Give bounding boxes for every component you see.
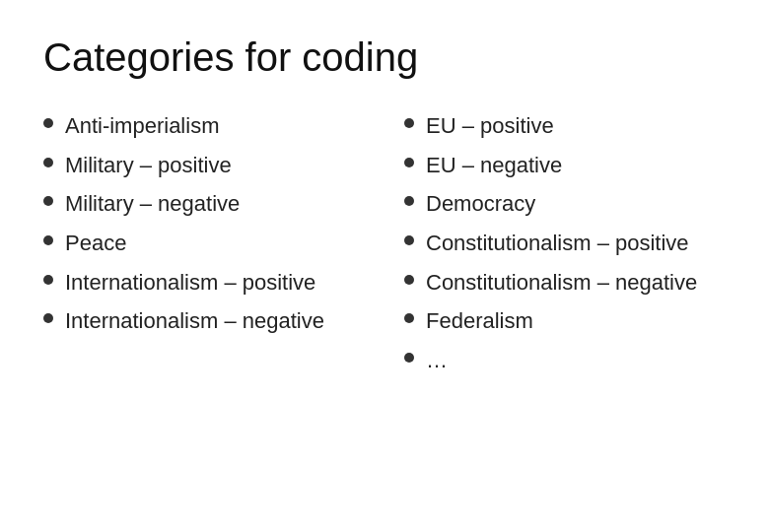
list-item: Internationalism – positive: [43, 268, 365, 298]
bullet-icon: [404, 275, 414, 285]
bullet-icon: [404, 313, 414, 323]
left-column: Anti-imperialismMilitary – positiveMilit…: [43, 111, 365, 346]
bullet-icon: [43, 196, 53, 206]
bullet-icon: [404, 118, 414, 128]
bullet-icon: [404, 353, 414, 363]
list-item-text: Military – negative: [65, 189, 365, 219]
list-item: Internationalism – negative: [43, 306, 365, 336]
list-item: Anti-imperialism: [43, 111, 365, 141]
bullet-icon: [43, 118, 53, 128]
list-item: Constitutionalism – negative: [404, 268, 726, 298]
bullet-icon: [43, 235, 53, 245]
list-item-text: Internationalism – negative: [65, 306, 365, 336]
list-item-text: Constitutionalism – negative: [426, 268, 726, 298]
right-list: EU – positiveEU – negativeDemocracyConst…: [404, 111, 726, 375]
list-item-text: …: [426, 346, 726, 375]
list-item: EU – negative: [404, 151, 726, 180]
page-title: Categories for coding: [43, 35, 726, 80]
list-item: Democracy: [404, 189, 726, 219]
list-item: EU – positive: [404, 111, 726, 141]
list-item-text: Democracy: [426, 189, 726, 219]
list-item-text: Anti-imperialism: [65, 111, 365, 141]
right-column: EU – positiveEU – negativeDemocracyConst…: [404, 111, 726, 385]
bullet-icon: [404, 196, 414, 206]
list-item-text: Internationalism – positive: [65, 268, 365, 298]
bullet-icon: [404, 158, 414, 167]
bullet-icon: [43, 158, 53, 167]
bullet-icon: [43, 313, 53, 323]
list-item: Peace: [43, 229, 365, 258]
list-item-text: Federalism: [426, 306, 726, 336]
list-item: Military – positive: [43, 151, 365, 180]
left-list: Anti-imperialismMilitary – positiveMilit…: [43, 111, 365, 336]
page-container: Categories for coding Anti-imperialismMi…: [0, 0, 769, 415]
list-item: Federalism: [404, 306, 726, 336]
bullet-icon: [404, 235, 414, 245]
columns-layout: Anti-imperialismMilitary – positiveMilit…: [43, 111, 726, 385]
list-item: …: [404, 346, 726, 375]
list-item: Constitutionalism – positive: [404, 229, 726, 258]
list-item-text: EU – positive: [426, 111, 726, 141]
list-item-text: Peace: [65, 229, 365, 258]
list-item-text: EU – negative: [426, 151, 726, 180]
bullet-icon: [43, 275, 53, 285]
list-item: Military – negative: [43, 189, 365, 219]
list-item-text: Constitutionalism – positive: [426, 229, 726, 258]
list-item-text: Military – positive: [65, 151, 365, 180]
